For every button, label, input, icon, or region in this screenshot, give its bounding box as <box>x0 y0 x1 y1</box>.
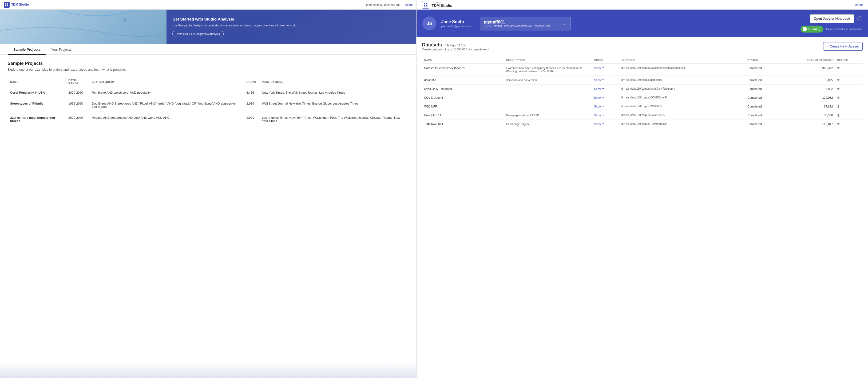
ds-query[interactable]: Show ▼ <box>592 111 619 120</box>
svg-rect-7 <box>424 3 425 4</box>
left-logo-text: TDM Studio <box>11 3 29 6</box>
account-selector: pqstaff001 (PQCS Internal - ProQuest Ass… <box>480 17 570 30</box>
ds-location: tdm-ale-data/130/corpus/covidDailyTelegr… <box>619 85 745 93</box>
ds-query[interactable]: Show ▼ <box>592 102 619 111</box>
left-topbar: TDM Studio john.smith@university.edu Log… <box>0 0 416 10</box>
ds-status: Completed <box>745 111 779 120</box>
delete-button[interactable]: 🗑 <box>835 93 863 102</box>
ds-doc-count: 966,322 <box>779 64 835 76</box>
proj-count: 5,456 <box>244 87 259 98</box>
right-topbar: ProQuest TDM Studio Logout <box>416 0 868 10</box>
ds-name: COVID June 4 <box>422 93 504 102</box>
ds-status: Completed <box>745 120 779 129</box>
svg-rect-8 <box>426 3 428 4</box>
tab-your-projects[interactable]: Your Projects <box>45 44 77 55</box>
ds-description: Examines how often conspiracy theories a… <box>504 64 592 76</box>
user-avatar: JS <box>423 17 436 30</box>
table-row[interactable]: 21st century most popular dog breeds 200… <box>7 112 409 126</box>
ds-name: WSJ UPF <box>422 102 504 111</box>
user-name: Jane Smith <box>441 20 472 24</box>
user-email-left: john.smith@university.edu <box>366 3 400 6</box>
account-info: pqstaff001 (PQCS Internal - ProQuest Ass… <box>484 20 550 28</box>
delete-button[interactable]: 🗑 <box>835 85 863 93</box>
svg-rect-1 <box>7 3 8 4</box>
proj-query: Pembroke AND welsh corgi AND popularity <box>89 87 244 98</box>
left-panel: TDM Studio john.smith@university.edu Log… <box>0 0 416 378</box>
proj-name: Corgi Popularity in USA <box>7 87 66 98</box>
right-side-buttons: Open Jupyter Notebook ? Running Toggle t… <box>801 14 862 33</box>
ds-name: Dataset for conspiracy theories <box>422 64 504 76</box>
ds-query[interactable]: Show ▼ <box>592 85 619 93</box>
restart-text: Toggle to restart your environment <box>826 28 862 30</box>
map-hero: Get Started with Studio Analysis Use Geo… <box>0 10 416 44</box>
ds-description <box>504 85 592 93</box>
proj-publications: Wall Street Journal New York Times, Bost… <box>259 98 409 112</box>
projects-content: Sample Projects Explore one of our examp… <box>0 55 416 378</box>
tab-sample-projects[interactable]: Sample Projects <box>8 44 45 55</box>
list-item: COVID June 4 Show ▼ tdm-ale-data/130/cor… <box>422 93 863 102</box>
delete-button[interactable]: 🗑 <box>835 64 863 76</box>
col-count: COUNT <box>244 77 259 87</box>
proj-name: Stereotypes of Pitbulls <box>7 98 66 112</box>
proj-query: Dog Breed AND Stereotypes AND "Pitbull A… <box>89 98 244 112</box>
ds-col-count: DOCUMENT COUNT <box>779 56 835 64</box>
logout-link-left[interactable]: Logout <box>404 3 413 6</box>
proj-count: 2,019 <box>244 98 259 112</box>
ds-doc-count: 8,922 <box>779 85 835 93</box>
right-logo: ProQuest TDM Studio <box>422 1 452 8</box>
proj-query: Popular AND dog breeds AND USA AND world… <box>89 112 244 126</box>
ds-doc-count: 36,358 <box>779 111 835 120</box>
running-section: Running Toggle to restart your environme… <box>801 26 862 33</box>
ds-col-location: LOCATION <box>619 56 745 64</box>
running-toggle[interactable]: Running <box>801 26 824 33</box>
svg-point-5 <box>123 18 127 22</box>
ds-col-delete: DELETE <box>835 56 863 64</box>
table-row[interactable]: Corgi Popularity in USA 2000-2020 Pembro… <box>7 87 409 98</box>
open-jupyter-button[interactable]: Open Jupyter Notebook <box>810 14 854 23</box>
svg-rect-9 <box>424 5 425 6</box>
right-logo-text: ProQuest TDM Studio <box>431 1 452 8</box>
tabs-bar: Sample Projects Your Projects <box>0 44 416 55</box>
ds-name: TDM town hall <box>422 120 504 129</box>
ds-status: Completed <box>745 93 779 102</box>
delete-button[interactable]: 🗑 <box>835 76 863 85</box>
right-logo-icon <box>422 1 429 8</box>
svg-rect-2 <box>5 5 6 6</box>
toggle-circle <box>803 27 807 31</box>
ds-query[interactable]: Show ▼ <box>592 120 619 129</box>
help-icon[interactable]: ? <box>857 16 862 21</box>
ds-col-query: QUERY <box>592 56 619 64</box>
datasets-usage: (Using 7 of 10) <box>444 43 466 47</box>
tour-button[interactable]: Take a tour of Geographic Analysis <box>173 31 224 37</box>
list-item: covid Daily Telegraph Show ▼ tdm-ale-dat… <box>422 85 863 93</box>
account-dropdown[interactable]: pqstaff001 (PQCS Internal - ProQuest Ass… <box>480 17 570 30</box>
ds-col-status: STATUS <box>745 56 779 64</box>
svg-rect-10 <box>426 5 428 6</box>
datasets-header: Datasets (Using 7 of 10) Create datasets… <box>422 42 863 55</box>
delete-button[interactable]: 🗑 <box>835 102 863 111</box>
ds-location: tdm-ale-data/130/corpus/WSJUPF/ <box>619 102 745 111</box>
col-pubs: PUBLICATIONS <box>259 77 409 87</box>
ds-doc-count: 2,095 <box>779 76 835 85</box>
ds-name: dementia <box>422 76 504 85</box>
ds-query[interactable]: Show ▼ <box>592 76 619 85</box>
ds-location: tdm-ale-data/130/corpus/TDMtownhall/ <box>619 120 745 129</box>
ds-query[interactable]: Show ▼ <box>592 64 619 76</box>
datasets-subtitle: Create datasets of up to 2,000,000 docum… <box>422 48 489 51</box>
account-id: pqstaff001 <box>484 20 550 25</box>
table-row[interactable]: Stereotypes of Pitbulls 1998-2020 Dog Br… <box>7 98 409 112</box>
user-info: Jane Smith jane.smith@proquest.com <box>441 20 472 28</box>
delete-button[interactable]: 🗑 <box>835 111 863 120</box>
left-topbar-user: john.smith@university.edu Logout <box>366 3 412 6</box>
hero-description: Use Geographic Analysis to understand wh… <box>173 24 410 28</box>
delete-button[interactable]: 🗑 <box>835 120 863 129</box>
svg-rect-0 <box>5 3 6 4</box>
datasets-table: NAME DESCRIPTION QUERY LOCATION STATUS D… <box>422 56 863 128</box>
datasets-title: Datasets (Using 7 of 10) <box>422 42 489 48</box>
hero-title: Get Started with Studio Analysis <box>173 17 410 21</box>
ds-name: covid Daily Telegraph <box>422 85 504 93</box>
ds-status: Completed <box>745 64 779 76</box>
create-dataset-button[interactable]: + Create New Dataset <box>823 42 863 51</box>
logout-link-right[interactable]: Logout <box>854 3 863 6</box>
ds-query[interactable]: Show ▼ <box>592 93 619 102</box>
